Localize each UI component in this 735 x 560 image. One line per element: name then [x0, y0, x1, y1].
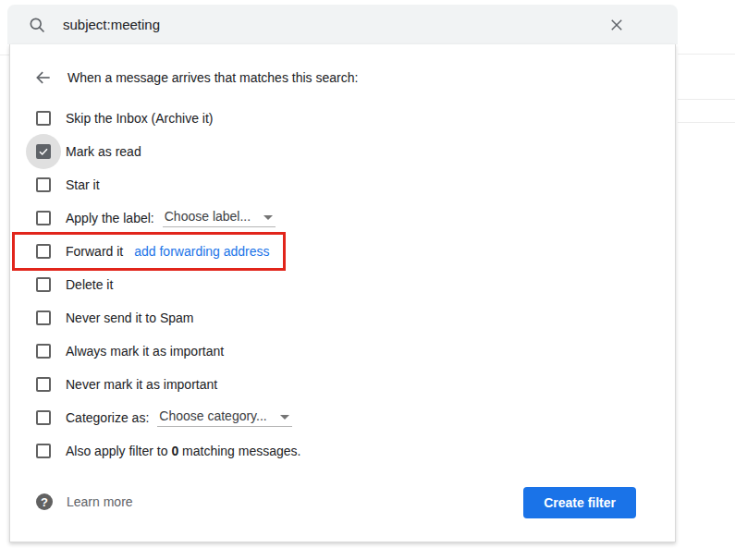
option-never-spam: Never send it to Spam: [10, 301, 675, 335]
option-always-important: Always mark it as important: [10, 335, 675, 368]
filter-options-panel: When a message arrives that matches this…: [9, 44, 676, 542]
search-input[interactable]: [63, 17, 598, 32]
background-row-divider: [678, 122, 735, 123]
back-arrow-icon[interactable]: [29, 63, 58, 92]
option-label: Apply the label:: [66, 211, 154, 225]
filter-options-list: Skip the Inbox (Archive it) Mark as read…: [10, 102, 675, 468]
also-apply-prefix: Also apply filter to: [66, 444, 171, 458]
option-apply-label: Apply the label: Choose label...: [10, 201, 675, 235]
chevron-down-icon: [263, 215, 273, 220]
option-categorize-as: Categorize as: Choose category...: [10, 401, 675, 434]
checkbox-categorize-as[interactable]: [36, 410, 51, 425]
checkbox-delete-it[interactable]: [36, 277, 51, 292]
gmail-filter-dialog: When a message arrives that matches this…: [0, 0, 735, 560]
background-row-divider: [0, 55, 9, 55]
option-never-important: Never mark it as important: [10, 368, 675, 401]
checkbox-never-spam[interactable]: [36, 310, 51, 325]
checkbox-skip-inbox[interactable]: [36, 111, 51, 126]
option-skip-inbox: Skip the Inbox (Archive it): [10, 102, 675, 135]
option-forward-it: Forward it add forwarding address: [10, 235, 675, 268]
option-label: Skip the Inbox (Archive it): [66, 111, 214, 126]
option-label: Also apply filter to 0 matching messages…: [66, 444, 300, 458]
checkbox-apply-label[interactable]: [36, 211, 51, 225]
choose-category-value: Choose category...: [159, 408, 266, 423]
create-filter-button[interactable]: Create filter: [523, 487, 636, 518]
panel-header: When a message arrives that matches this…: [10, 63, 675, 92]
option-mark-as-read: Mark as read: [10, 135, 675, 168]
search-icon: [28, 16, 46, 34]
choose-label-dropdown[interactable]: Choose label...: [163, 209, 276, 227]
help-icon: ?: [36, 493, 53, 510]
option-also-apply: Also apply filter to 0 matching messages…: [10, 434, 675, 468]
learn-more-label: Learn more: [67, 494, 133, 509]
panel-footer: ? Learn more Create filter: [36, 485, 655, 518]
choose-label-value: Choose label...: [165, 209, 251, 224]
checkbox-never-important[interactable]: [36, 377, 51, 392]
background-row-divider: [678, 99, 735, 100]
checkbox-forward-it[interactable]: [36, 244, 51, 259]
checkbox-mark-as-read[interactable]: [36, 144, 51, 159]
checkbox-also-apply[interactable]: [36, 444, 51, 458]
learn-more-link[interactable]: ? Learn more: [36, 493, 133, 510]
option-delete-it: Delete it: [10, 268, 675, 301]
background-row-divider: [678, 54, 735, 55]
checkbox-star-it[interactable]: [36, 177, 51, 192]
checkbox-always-important[interactable]: [36, 344, 51, 359]
option-star-it: Star it: [10, 168, 675, 201]
panel-title: When a message arrives that matches this…: [67, 70, 358, 85]
chevron-down-icon: [280, 415, 289, 420]
also-apply-suffix: matching messages.: [178, 444, 300, 458]
choose-category-dropdown[interactable]: Choose category...: [157, 408, 291, 427]
close-icon[interactable]: [598, 6, 635, 43]
option-label: Forward it: [66, 244, 123, 259]
option-label: Always mark it as important: [66, 344, 224, 359]
option-label: Mark as read: [66, 144, 141, 159]
option-label: Never mark it as important: [66, 377, 217, 392]
search-bar: [7, 5, 678, 44]
option-label: Star it: [66, 177, 100, 192]
option-label: Never send it to Spam: [66, 310, 194, 325]
add-forwarding-address-link[interactable]: add forwarding address: [134, 244, 269, 259]
option-label: Delete it: [66, 277, 113, 292]
option-label: Categorize as:: [66, 410, 149, 425]
